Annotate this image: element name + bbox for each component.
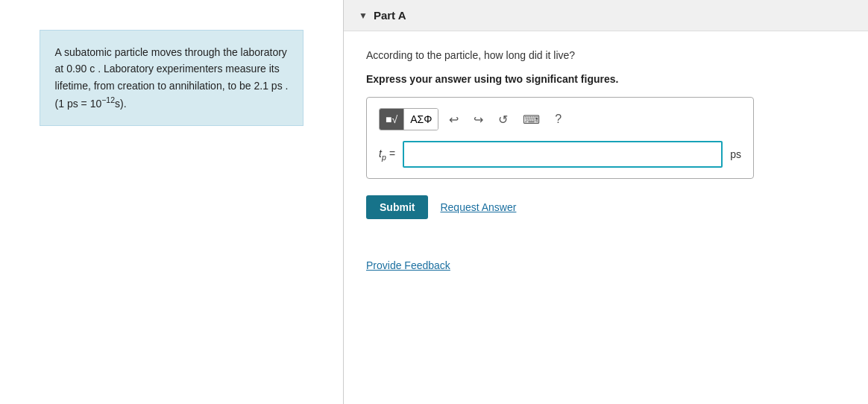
chevron-icon[interactable]: ▼ <box>359 10 368 21</box>
unit-label: ps <box>730 148 741 160</box>
question-text: According to the particle, how long did … <box>366 49 846 61</box>
problem-box: A subatomic particle moves through the l… <box>40 30 304 126</box>
refresh-button[interactable]: ↺ <box>494 110 512 130</box>
problem-math: (1 ps = 10−12s). <box>55 94 289 112</box>
greek-button[interactable]: ΑΣΦ <box>404 109 438 130</box>
problem-text-line3: lifetime, from creation to annihilation,… <box>55 78 289 94</box>
input-row: tp = ps <box>379 141 741 168</box>
content-area: According to the particle, how long did … <box>344 31 868 237</box>
part-title: Part A <box>374 9 406 22</box>
redo-button[interactable]: ↪ <box>469 110 488 130</box>
feedback-section: Provide Feedback <box>344 244 868 286</box>
request-answer-button[interactable]: Request Answer <box>440 201 516 213</box>
toolbar: ■√ ΑΣΦ ↩ ↪ ↺ ⌨ ? <box>379 108 741 130</box>
problem-text-line2: at 0.90 c . Laboratory experimenters mea… <box>55 60 289 77</box>
provide-feedback-button[interactable]: Provide Feedback <box>366 259 450 271</box>
help-button[interactable]: ? <box>550 110 566 129</box>
action-row: Submit Request Answer <box>366 195 846 219</box>
left-panel: A subatomic particle moves through the l… <box>0 0 343 404</box>
problem-text-line1: A subatomic particle moves through the l… <box>55 44 289 60</box>
undo-button[interactable]: ↩ <box>444 110 463 130</box>
submit-button[interactable]: Submit <box>366 195 428 219</box>
format-button[interactable]: ■√ <box>380 109 404 130</box>
format-group: ■√ ΑΣΦ <box>379 108 438 130</box>
right-panel: ▼ Part A According to the particle, how … <box>344 0 868 404</box>
answer-box: ■√ ΑΣΦ ↩ ↪ ↺ ⌨ ? tp = ps <box>366 97 754 179</box>
part-header: ▼ Part A <box>344 0 868 31</box>
answer-input[interactable] <box>403 141 723 168</box>
keyboard-button[interactable]: ⌨ <box>518 110 544 130</box>
instruction-text: Express your answer using two significan… <box>366 73 846 85</box>
input-label: tp = <box>379 148 395 162</box>
